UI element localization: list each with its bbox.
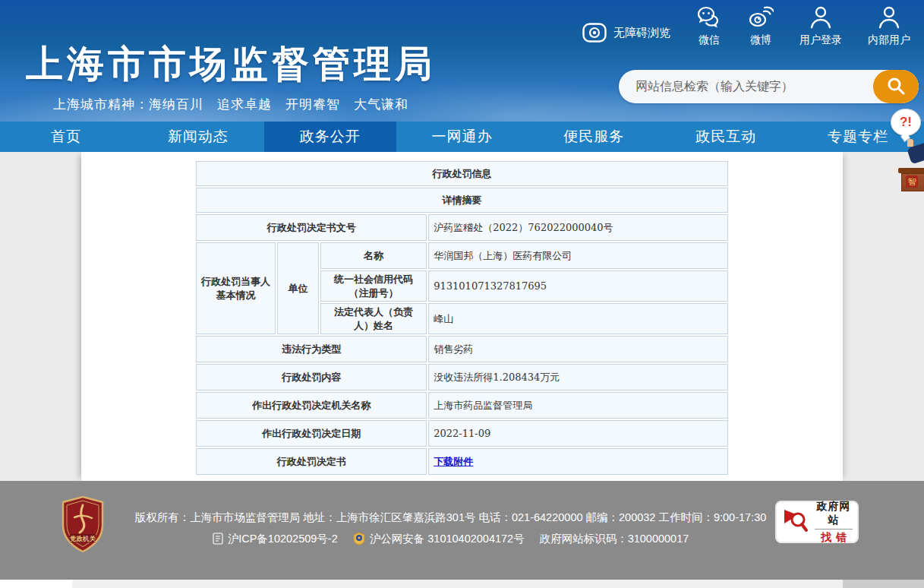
user-icon	[808, 5, 834, 30]
internal-user-link[interactable]: 内部用户	[868, 5, 910, 47]
legal-rep-value: 峰山	[428, 303, 728, 334]
mascot-widget[interactable]: ?! 智	[891, 109, 924, 194]
podium-character: 智	[906, 175, 918, 188]
search-button[interactable]	[873, 70, 919, 103]
site-search	[619, 70, 919, 103]
doc-no-value: 沪药监稽处（2022）762022000040号	[428, 214, 728, 241]
party-name-label: 名称	[320, 242, 427, 269]
error-badge-line1: 政府网站	[815, 500, 853, 530]
credit-code-label: 统一社会信用代码（注册号）	[320, 270, 427, 302]
accessibility-label: 无障碍浏览	[613, 26, 670, 40]
internal-user-label: 内部用户	[868, 33, 910, 47]
party-name-value: 华润国邦（上海）医药有限公司	[428, 242, 728, 269]
credit-code-value: 913101071327817695	[428, 270, 728, 302]
wechat-icon	[696, 5, 722, 30]
mascot-hand	[907, 139, 913, 147]
police-badge-icon	[353, 532, 365, 545]
header-quick-links: 无障碍浏览 微信 微博 用户登录 内部用户	[582, 5, 910, 47]
penalty-content-value: 没收违法所得1.208434万元	[428, 364, 728, 390]
violation-type-value: 销售劣药	[428, 336, 728, 362]
user-login-label: 用户登录	[799, 33, 842, 47]
authority-label: 作出行政处罚决定机关名称	[196, 392, 427, 419]
penalty-info-table: 行政处罚信息 详情摘要 行政处罚决定书文号 沪药监稽处（2022）7620220…	[194, 160, 730, 476]
decision-doc-label: 行政处罚决定书	[196, 448, 427, 475]
accessibility-toggle[interactable]: 无障碍浏览	[582, 20, 670, 47]
legal-rep-label: 法定代表人（负责人）姓名	[320, 303, 427, 334]
site-footer: 党政机关 版权所有：上海市市场监督管理局 地址：上海市徐汇区肇嘉浜路301号 电…	[0, 481, 924, 580]
search-icon	[886, 76, 906, 98]
police-record-number[interactable]: 沪公网安备 31010402004172号	[370, 530, 525, 548]
wechat-label: 微信	[699, 33, 720, 47]
weibo-label: 微博	[750, 33, 771, 47]
wechat-link[interactable]: 微信	[696, 5, 722, 47]
user-icon	[876, 5, 902, 30]
nav-item-one-stop[interactable]: 一网通办	[396, 122, 528, 152]
party-label: 行政处罚当事人基本情况	[196, 242, 276, 334]
error-badge-line2: 找错	[815, 530, 853, 545]
accessibility-eye-icon	[582, 20, 607, 46]
table-subtitle: 详情摘要	[196, 188, 728, 213]
table-title: 行政处罚信息	[196, 161, 728, 186]
nav-item-interaction[interactable]: 政民互动	[660, 122, 792, 152]
nav-item-public-services[interactable]: 便民服务	[528, 122, 660, 152]
site-identifier-code: 政府网站标识码：3100000017	[540, 530, 689, 548]
nav-item-home[interactable]: 首页	[0, 122, 132, 152]
mascot-podium: 智	[898, 168, 924, 194]
main-nav: 首页 新闻动态 政务公开 一网通办 便民服务 政民互动 专题专栏	[0, 122, 924, 152]
nav-item-gov-disclosure[interactable]: 政务公开	[264, 122, 396, 152]
error-report-icon	[781, 505, 812, 539]
icp-number[interactable]: 沪ICP备10202509号-2	[228, 530, 338, 548]
weibo-icon	[748, 5, 774, 30]
decision-date-label: 作出行政处罚决定日期	[196, 420, 427, 447]
user-login-link[interactable]: 用户登录	[799, 5, 842, 47]
party-type-label: 单位	[277, 242, 318, 334]
authority-value: 上海市药品监督管理局	[428, 392, 728, 419]
party-gov-badge: 党政机关	[61, 496, 105, 552]
bottom-strip	[0, 580, 924, 588]
gov-site-error-report-badge[interactable]: 政府网站 找错	[775, 501, 859, 543]
site-header: 上海市市场监督管理局 上海城市精神：海纳百川 追求卓越 开明睿智 大气谦和 无障…	[0, 0, 924, 122]
podium-top	[898, 168, 924, 173]
penalty-content-label: 行政处罚内容	[196, 364, 427, 390]
footer-text-block: 版权所有：上海市市场监督管理局 地址：上海市徐汇区肇嘉浜路301号 电话：021…	[129, 508, 772, 548]
doc-no-label: 行政处罚决定书文号	[196, 214, 427, 241]
bottom-strip-left	[0, 580, 72, 588]
download-attachment-link[interactable]: 下载附件	[434, 456, 473, 467]
site-title: 上海市市场监督管理局	[26, 40, 436, 90]
nav-item-news[interactable]: 新闻动态	[132, 122, 264, 152]
search-input[interactable]	[635, 70, 863, 103]
weibo-link[interactable]: 微博	[748, 5, 774, 47]
bottom-strip-right	[843, 580, 924, 588]
mascot-speech-bubble: ?!	[891, 109, 921, 136]
footer-copyright-line: 版权所有：上海市市场监督管理局 地址：上海市徐汇区肇嘉浜路301号 电话：021…	[129, 508, 772, 526]
violation-type-label: 违法行为类型	[196, 336, 427, 362]
gov-badge-text: 党政机关	[69, 535, 96, 542]
decision-date-value: 2022-11-09	[428, 420, 728, 447]
city-spirit-slogan: 上海城市精神：海纳百川 追求卓越 开明睿智 大气谦和	[53, 96, 408, 113]
icp-icon	[213, 533, 223, 545]
